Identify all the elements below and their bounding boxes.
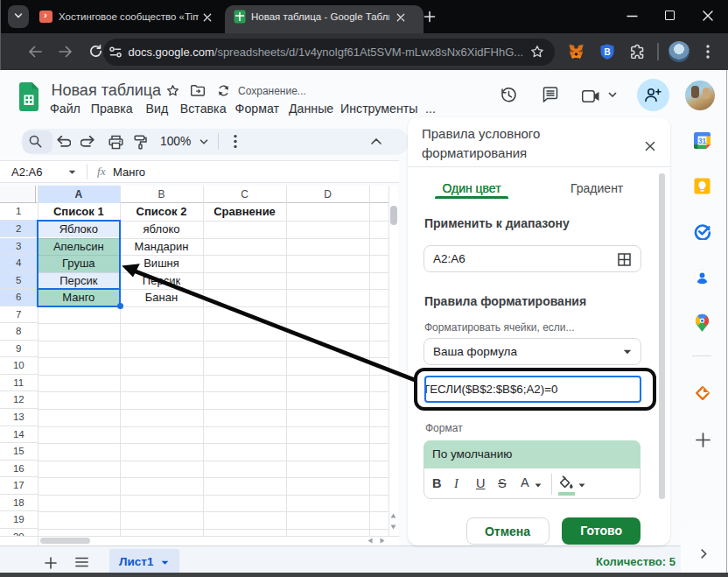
- svg-text:31: 31: [698, 137, 707, 145]
- svg-text:B: B: [604, 47, 610, 57]
